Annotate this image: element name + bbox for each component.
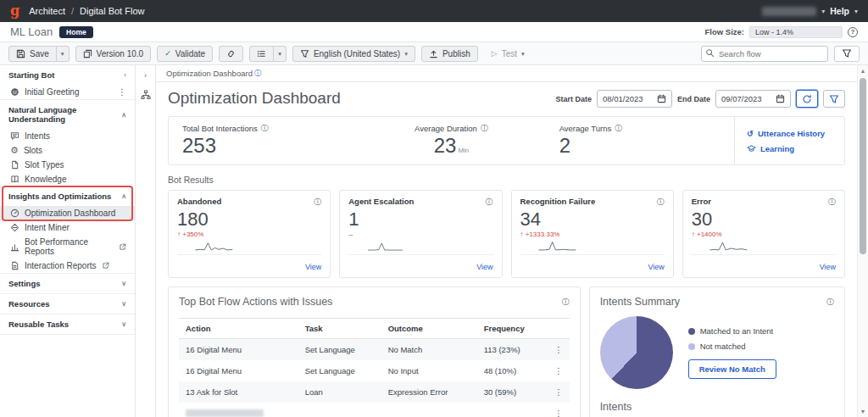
scroll-down-icon[interactable]: ▼ xyxy=(860,406,866,417)
language-dropdown[interactable]: English (United States) ▾ xyxy=(292,46,415,62)
breadcrumb-info-icon[interactable]: ⓘ xyxy=(254,69,261,78)
trend-up-icon: ↑ xyxy=(177,231,181,238)
section-resources[interactable]: Resources ∨ xyxy=(0,293,135,314)
sidebar-item-intents[interactable]: Intents xyxy=(0,129,135,143)
view-link[interactable]: View xyxy=(820,263,836,271)
stat-average-duration: Average Duration ⓘ 23Min xyxy=(357,117,545,164)
link-button[interactable] xyxy=(219,46,243,62)
kebab-menu-icon[interactable]: ⋮ xyxy=(118,87,126,97)
flow-tree-icon[interactable] xyxy=(141,90,151,100)
dashboard-filter-button[interactable] xyxy=(823,90,845,108)
view-link[interactable]: View xyxy=(305,263,321,271)
check-icon: ✓ xyxy=(164,49,171,58)
validate-button[interactable]: ✓ Validate xyxy=(157,46,213,62)
legend-dot xyxy=(688,343,695,350)
search-filter-button[interactable] xyxy=(834,46,860,62)
row-kebab-menu-icon[interactable]: ⋮ xyxy=(548,339,570,361)
link-icon xyxy=(226,49,236,58)
version-button[interactable]: Version 10.0 xyxy=(75,46,152,62)
refresh-button[interactable] xyxy=(796,90,818,108)
row-kebab-menu-icon[interactable]: ⋮ xyxy=(548,381,570,403)
search-icon xyxy=(705,48,715,58)
section-title: Resources xyxy=(8,299,50,309)
card-error: Error ⓘ 30 ↑ +1400% View xyxy=(682,190,845,278)
table-row[interactable]: 13 Ask for Slot Loan Expression Error 30… xyxy=(179,381,570,403)
help-menu[interactable]: Help xyxy=(830,6,849,16)
info-icon[interactable]: ⓘ xyxy=(657,197,665,208)
sidebar-item-intent-miner[interactable]: Intent Miner xyxy=(0,220,135,235)
section-settings[interactable]: Settings ∨ xyxy=(0,273,135,293)
calendar-icon[interactable] xyxy=(657,94,666,103)
review-no-match-button[interactable]: Review No Match xyxy=(688,359,776,379)
info-icon[interactable]: ⓘ xyxy=(828,197,836,208)
save-dropdown-button[interactable]: ▾ xyxy=(57,46,70,62)
sidebar-item-initial-greeting[interactable]: Initial Greeting ⋮ xyxy=(0,85,135,99)
legend-label: Matched to an Intent xyxy=(700,326,774,336)
row-kebab-menu-icon[interactable]: ⋮ xyxy=(548,360,570,381)
utterance-history-link[interactable]: ↺ Utterance History xyxy=(747,129,832,138)
learning-link[interactable]: Learning xyxy=(747,144,832,153)
document-icon xyxy=(10,160,19,170)
cell-task: Loan xyxy=(298,381,381,403)
info-icon[interactable]: ⓘ xyxy=(314,197,321,208)
search-flow-input[interactable] xyxy=(701,46,828,62)
info-icon[interactable]: ⓘ xyxy=(481,123,488,134)
info-icon[interactable]: ⓘ xyxy=(486,197,493,208)
vertical-scrollbar[interactable]: ▲ ▼ xyxy=(857,65,868,417)
sidebar-item-slots[interactable]: ⚙ Slots xyxy=(0,143,135,158)
sidebar-item-interaction-reports[interactable]: Interaction Reports xyxy=(0,259,135,273)
list-view-dropdown-button[interactable]: ▾ xyxy=(274,46,287,62)
scroll-up-icon[interactable]: ▲ xyxy=(860,65,866,76)
sidebar-item-knowledge[interactable]: Knowledge xyxy=(0,172,135,186)
end-date-label: End Date xyxy=(677,95,710,103)
section-insights[interactable]: Insights and Optimizations ∧ xyxy=(0,186,135,206)
calendar-icon[interactable] xyxy=(776,94,785,103)
sidebar-item-slot-types[interactable]: Slot Types xyxy=(0,158,135,172)
save-button[interactable]: Save xyxy=(8,46,57,62)
start-date-field[interactable] xyxy=(597,90,672,108)
list-view-button[interactable] xyxy=(249,46,274,62)
end-date-input[interactable] xyxy=(721,94,771,103)
user-menu[interactable] xyxy=(762,7,816,16)
start-date-input[interactable] xyxy=(603,94,652,103)
sidebar-item-label: Slot Types xyxy=(25,160,64,170)
cell-outcome: No Match xyxy=(381,339,477,361)
gear-icon: ⚙ xyxy=(10,146,19,155)
start-date-label: Start Date xyxy=(555,95,592,103)
info-icon[interactable]: ⓘ xyxy=(261,123,269,134)
scrollbar-thumb[interactable] xyxy=(860,78,866,254)
stat-value: 253 xyxy=(182,134,343,158)
section-reusable-tasks[interactable]: Reusable Tasks ∨ xyxy=(0,314,135,334)
delta-value: – xyxy=(348,231,492,239)
card-agent-escalation: Agent Escalation ⓘ 1 – View xyxy=(339,190,502,278)
table-row[interactable]: 16 Digital Menu Set Language No Match 11… xyxy=(179,339,570,361)
row-kebab-menu-icon[interactable]: ⋮ xyxy=(548,403,570,417)
table-row-partial[interactable]: ⋮ xyxy=(179,403,570,417)
expand-chevron-right-icon[interactable]: › xyxy=(144,71,147,80)
panel-title: Intents Summary xyxy=(600,296,680,308)
legend-label: Not matched xyxy=(700,342,746,351)
test-button: ▷ Test ▾ xyxy=(484,46,532,62)
scrollbar-track[interactable] xyxy=(858,76,868,406)
view-link[interactable]: View xyxy=(648,263,664,271)
user-chevron-down-icon[interactable]: ▾ xyxy=(821,8,825,15)
flow-size-label: Flow Size: xyxy=(705,27,744,36)
info-icon[interactable]: ⓘ xyxy=(615,123,622,134)
panel-title: Top Bot Flow Actions with Issues xyxy=(179,296,332,308)
info-icon[interactable]: ⓘ xyxy=(826,297,834,308)
card-title: Recognition Failure xyxy=(520,197,596,206)
sidebar-item-label: Interaction Reports xyxy=(25,261,97,270)
publish-label: Publish xyxy=(442,49,470,58)
sparkline-chart xyxy=(520,240,595,252)
publish-button[interactable]: Publish xyxy=(421,46,478,62)
section-nlu[interactable]: Natural Language Understanding ∧ xyxy=(0,99,135,129)
sidebar-item-bot-performance-reports[interactable]: Bot Performance Reports xyxy=(0,235,135,259)
info-icon[interactable]: ⓘ xyxy=(562,297,570,308)
flow-size-help-icon[interactable]: ? xyxy=(848,27,858,37)
section-starting-bot[interactable]: Starting Bot ‹ xyxy=(0,65,135,85)
view-link[interactable]: View xyxy=(476,263,492,271)
help-chevron-down-icon[interactable]: ▾ xyxy=(854,8,858,15)
sidebar-item-optimization-dashboard[interactable]: Optimization Dashboard xyxy=(0,206,135,220)
table-row[interactable]: 16 Digital Menu Set Language No Input 48… xyxy=(179,360,570,381)
end-date-field[interactable] xyxy=(715,90,791,108)
